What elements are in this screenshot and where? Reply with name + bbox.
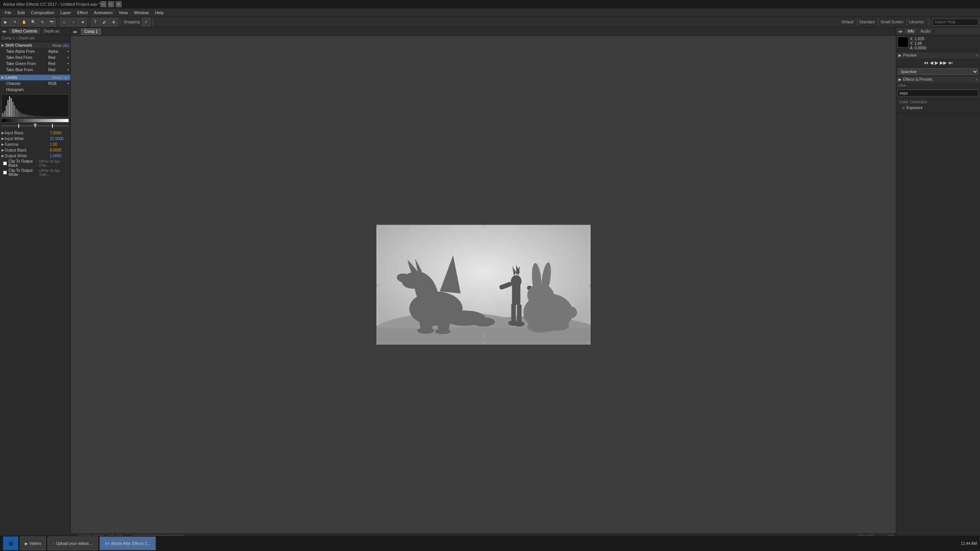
menu-edit[interactable]: Edit: [15, 10, 28, 16]
taskbar-videos[interactable]: ▶ Videos: [20, 536, 46, 550]
tab-depth[interactable]: Depth.ae: [41, 28, 63, 34]
slider-handle-right[interactable]: [52, 124, 53, 128]
workspace-libraries[interactable]: Libraries: [909, 20, 924, 24]
svg-rect-3: [7, 100, 8, 117]
tab-effect-controls[interactable]: Effect Controls: [9, 28, 41, 34]
menu-animation[interactable]: Animation: [91, 10, 116, 16]
menu-effect[interactable]: Effect: [74, 10, 91, 16]
output-black-arrow: ▶: [2, 148, 4, 152]
effects-search-input[interactable]: [898, 90, 978, 96]
window-controls[interactable]: — □ ✕: [100, 1, 122, 7]
clip-output-white-checkbox[interactable]: [3, 171, 7, 174]
next-frame-button[interactable]: ⏭: [948, 60, 953, 65]
input-black-arrow: ▶: [2, 131, 4, 135]
taskbar-upload[interactable]: ↑ Upload your videos ...: [47, 536, 98, 550]
prev-frame-button[interactable]: ⏮: [924, 60, 928, 65]
shift-channels-reset[interactable]: Reset: [52, 44, 62, 47]
tab-audio[interactable]: Audio: [918, 28, 934, 34]
preview-controls: ⏮ ◀ ▶ ▶▶ ⏭: [896, 59, 980, 67]
preview-menu-icon[interactable]: ≡: [976, 54, 978, 57]
tool-star[interactable]: ★: [78, 18, 87, 26]
tab-info[interactable]: Info: [905, 28, 918, 34]
start-button[interactable]: ⊞: [3, 536, 18, 550]
take-red-value[interactable]: Red: [48, 55, 67, 60]
libs-row: Libra...: [896, 83, 980, 88]
take-green-dropdown[interactable]: ▾: [67, 62, 69, 65]
right-panel: ◀▶ Info Audio X: 1.629 Y: 1.68 A: 0.0000…: [896, 28, 980, 543]
taskbar-ae[interactable]: Ae Adobe After Effects C...: [100, 536, 156, 550]
levels-reset[interactable]: Reset: [52, 76, 62, 80]
menu-help[interactable]: Help: [152, 10, 167, 16]
output-black-value[interactable]: 0.0000: [50, 148, 69, 152]
tool-select[interactable]: ▶: [2, 18, 10, 26]
menu-file[interactable]: File: [2, 10, 15, 16]
workspace-standard[interactable]: Standard: [859, 20, 875, 24]
menu-layer[interactable]: Layer: [57, 10, 74, 16]
maximize-button[interactable]: □: [108, 1, 114, 7]
prev-button[interactable]: ◀: [930, 60, 933, 65]
ae-icon: Ae: [105, 541, 109, 546]
tool-clone[interactable]: ⊕: [109, 18, 118, 26]
tool-camera[interactable]: 📷: [47, 18, 56, 26]
coord-y: Y: 1.68: [910, 41, 926, 46]
svg-rect-35: [60, 116, 62, 117]
shift-channels-about[interactable]: Abc: [63, 44, 69, 47]
right-panel-icon: ◀▶: [898, 29, 903, 33]
menu-window[interactable]: Window: [131, 10, 152, 16]
take-red-dropdown[interactable]: ▾: [67, 56, 69, 59]
snapping-toggle[interactable]: ✓: [142, 18, 150, 26]
take-blue-value[interactable]: Red: [48, 68, 67, 72]
input-white-value[interactable]: 22.0000: [50, 137, 69, 141]
comp-tab-1[interactable]: Comp 1: [81, 28, 101, 35]
preview-header[interactable]: ▶ Preview ≡: [896, 52, 980, 59]
svg-rect-33: [57, 116, 59, 117]
tool-ellipse[interactable]: ○: [69, 18, 78, 26]
levels-arrow: ▶: [2, 76, 4, 79]
effects-presets-header[interactable]: ▶ Effects & Presets ≡: [896, 76, 980, 83]
effects-menu-icon[interactable]: ≡: [976, 78, 978, 82]
workspace-default[interactable]: Default: [841, 20, 854, 24]
preview-shortcut-select[interactable]: Spacebar Numpad 0: [898, 68, 978, 75]
tool-rect[interactable]: □: [60, 18, 69, 26]
channel-value[interactable]: RGB: [48, 82, 67, 86]
tool-zoom[interactable]: 🔍: [29, 18, 38, 26]
histogram-area: [2, 94, 69, 117]
exposure-icon: fx: [902, 106, 905, 110]
play-button[interactable]: ▶: [935, 60, 938, 65]
output-black-label: Output Black: [5, 148, 50, 152]
take-blue-dropdown[interactable]: ▾: [67, 68, 69, 72]
output-black-row: ▶ Output Black 0.0000: [0, 147, 70, 153]
menu-composition[interactable]: Composition: [28, 10, 57, 16]
clip-output-black-checkbox[interactable]: [3, 161, 7, 165]
toolbar-sep-4: [152, 19, 153, 26]
next-button[interactable]: ▶▶: [940, 60, 947, 65]
tool-rotate[interactable]: ↻: [38, 18, 47, 26]
take-alpha-value[interactable]: Alpha: [48, 49, 67, 54]
gamma-label: Gamma: [5, 142, 50, 147]
take-green-label: Take Green From: [2, 62, 48, 66]
tool-pen[interactable]: ✎: [11, 18, 19, 26]
tool-text[interactable]: T: [91, 18, 100, 26]
svg-rect-39: [67, 116, 69, 117]
search-help-input[interactable]: [933, 19, 978, 26]
minimize-button[interactable]: —: [100, 1, 106, 7]
gamma-value[interactable]: 1.00: [50, 142, 69, 147]
exposure-item[interactable]: fx Exposure: [898, 105, 978, 111]
tool-brush[interactable]: 🖌: [100, 18, 109, 26]
close-button[interactable]: ✕: [116, 1, 122, 7]
take-green-value[interactable]: Red: [48, 62, 67, 66]
output-white-value[interactable]: 1.0000: [50, 154, 69, 158]
input-black-value[interactable]: 7.0000: [50, 131, 69, 135]
menu-view[interactable]: View: [116, 10, 131, 16]
tool-hand[interactable]: ✋: [20, 18, 28, 26]
slider-handle-left[interactable]: [18, 124, 19, 128]
channel-dropdown[interactable]: ▾: [67, 82, 69, 85]
shift-channels-header[interactable]: ▶ Shift Channels Reset Abc: [0, 42, 70, 48]
take-green-from-row: Take Green From Red ▾: [0, 60, 70, 67]
workspace-small[interactable]: Small Screen: [880, 20, 903, 24]
take-alpha-dropdown[interactable]: ▾: [67, 50, 69, 53]
levels-about[interactable]: Abc: [63, 76, 69, 80]
levels-header[interactable]: ▶ Levels Reset Abc: [0, 74, 70, 80]
preview-icon: ▶: [898, 53, 902, 57]
levels-slider[interactable]: [2, 123, 69, 129]
